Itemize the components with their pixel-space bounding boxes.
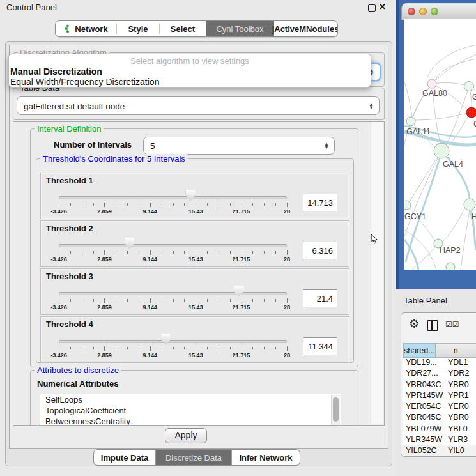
cell-name[interactable]: YDL1 bbox=[448, 358, 473, 367]
slider-tick-label: 9.144 bbox=[143, 208, 158, 215]
slider-tick bbox=[139, 251, 139, 254]
column-header-shared-name[interactable]: shared... bbox=[403, 343, 436, 358]
cell-name[interactable]: YIL0 bbox=[448, 446, 473, 455]
cell-shared-name[interactable]: YLR345W bbox=[403, 435, 448, 444]
close-traffic-light[interactable] bbox=[408, 8, 415, 15]
cell-name[interactable]: YER0 bbox=[448, 402, 473, 411]
network-node-c[interactable] bbox=[466, 107, 476, 118]
threshold-value-field[interactable]: 6.316 bbox=[303, 242, 337, 259]
cell-shared-name[interactable]: YBR043C bbox=[403, 380, 448, 389]
slider-handle[interactable] bbox=[186, 190, 196, 201]
vertical-scrollbar[interactable] bbox=[371, 122, 383, 424]
table-data-combobox[interactable]: galFiltered.sif default node ▲▼ bbox=[17, 96, 380, 115]
table-row[interactable]: YBR045CYBR0 bbox=[403, 413, 476, 424]
dropdown-option-equal-width[interactable]: Equal Width/Frequency Discretization bbox=[10, 77, 159, 87]
slider-tick bbox=[104, 346, 105, 351]
network-node-gcy1[interactable] bbox=[404, 201, 411, 210]
slider-tick-label: 15.43 bbox=[188, 256, 203, 263]
slider-track[interactable] bbox=[59, 196, 287, 199]
slider-tick bbox=[184, 203, 185, 206]
slider-tick bbox=[139, 203, 139, 206]
network-canvas[interactable]: GAL80GALCGAL11GAL4GCY1HHAP2 bbox=[404, 19, 476, 270]
zoom-traffic-light[interactable] bbox=[431, 8, 438, 15]
slider-tick bbox=[287, 346, 288, 351]
slider-handle[interactable] bbox=[125, 238, 134, 249]
slider-tick bbox=[207, 299, 208, 302]
cell-shared-name[interactable]: YDL19... bbox=[403, 358, 448, 367]
network-window-titlebar[interactable] bbox=[401, 3, 476, 20]
tab-discretize-data[interactable]: Discretize Data bbox=[155, 450, 232, 465]
slider-track[interactable] bbox=[59, 340, 287, 343]
attribute-list-item[interactable]: SelfLoops bbox=[40, 394, 341, 405]
cell-name[interactable]: YBR0 bbox=[448, 413, 473, 422]
table-row[interactable]: YBR043CYBR0 bbox=[403, 380, 476, 391]
threshold-value-field[interactable]: 14.713 bbox=[303, 194, 337, 211]
cell-name[interactable]: YLR3 bbox=[448, 435, 473, 444]
split-view-icon[interactable] bbox=[427, 320, 438, 331]
tab-cyni-toolbox[interactable]: Cyni Toolbox bbox=[206, 21, 274, 36]
network-node-gal4[interactable] bbox=[434, 143, 449, 158]
threshold-value-field[interactable]: 11.344 bbox=[303, 337, 337, 355]
cell-shared-name[interactable]: YIL052C bbox=[403, 446, 448, 455]
close-icon[interactable]: ✕ bbox=[379, 2, 386, 12]
minimize-traffic-light[interactable] bbox=[419, 8, 427, 15]
numerical-attributes-list[interactable]: SelfLoopsTopologicalCoefficientBetweenne… bbox=[40, 394, 341, 426]
network-node-gal80[interactable] bbox=[427, 79, 436, 88]
dropdown-option-manual[interactable]: Manual Discretization bbox=[10, 66, 102, 77]
slider-tick-label: 15.43 bbox=[188, 208, 203, 215]
cell-shared-name[interactable]: YBR045C bbox=[403, 413, 448, 422]
tab-network[interactable]: Network bbox=[56, 21, 116, 36]
network-node-gal11[interactable] bbox=[406, 117, 415, 126]
slider-tick bbox=[70, 347, 71, 349]
cell-name[interactable]: YDR2 bbox=[448, 369, 473, 378]
cell-shared-name[interactable]: YBL079W bbox=[403, 424, 448, 433]
cell-name[interactable]: YBL0 bbox=[448, 424, 473, 433]
table-row[interactable]: YPR145WYPR1 bbox=[403, 391, 476, 402]
slider-handle[interactable] bbox=[161, 334, 171, 345]
slider-tick bbox=[287, 250, 288, 255]
number-of-intervals-combobox[interactable]: 5 ▲▼ bbox=[143, 137, 335, 155]
gear-icon[interactable]: ⚙ bbox=[409, 318, 419, 330]
cell-name[interactable]: YBR0 bbox=[448, 380, 473, 389]
tab-select[interactable]: Select bbox=[160, 21, 206, 36]
column-header-name[interactable]: n bbox=[436, 343, 476, 358]
apply-button[interactable]: Apply bbox=[165, 428, 207, 443]
group-label: Attributes to discretize bbox=[35, 365, 121, 375]
slider-track[interactable] bbox=[59, 244, 287, 247]
table-row[interactable]: YLR345WYLR3 bbox=[403, 435, 476, 446]
network-node-h[interactable] bbox=[464, 199, 475, 210]
scrollbar-thumb[interactable] bbox=[333, 397, 339, 422]
cell-shared-name[interactable]: YPR145W bbox=[403, 391, 448, 400]
slider-tick bbox=[264, 299, 265, 302]
tab-style[interactable]: Style bbox=[117, 21, 159, 36]
tab-jactivemnodules[interactable]: jActiveMNodules bbox=[274, 21, 337, 36]
table-row[interactable]: YIL052CYIL0 bbox=[403, 446, 476, 457]
slider-handle[interactable] bbox=[234, 286, 244, 297]
slider-tick bbox=[82, 299, 82, 302]
attribute-list-item[interactable]: BetweennessCentrality bbox=[40, 416, 341, 426]
network-node-gal[interactable] bbox=[464, 82, 474, 91]
node-label: GAL80 bbox=[422, 89, 447, 98]
tab-impute-data[interactable]: Impute Data bbox=[94, 450, 155, 465]
cell-shared-name[interactable]: YDR27... bbox=[403, 369, 448, 378]
table-row[interactable]: YBL079WYBL0 bbox=[403, 424, 476, 435]
threshold-value-field[interactable]: 21.4 bbox=[303, 289, 337, 307]
float-window-icon[interactable] bbox=[368, 4, 376, 12]
slider-tick bbox=[150, 346, 151, 351]
network-node[interactable] bbox=[446, 263, 455, 270]
table-row[interactable]: YER054CYER0 bbox=[403, 402, 476, 413]
list-scrollbar[interactable] bbox=[331, 395, 340, 426]
checkboxes-icon[interactable]: ☑☑ bbox=[445, 320, 459, 329]
slider-tick bbox=[219, 203, 219, 206]
tab-infer-network[interactable]: Infer Network bbox=[232, 450, 300, 465]
slider-tick bbox=[93, 299, 94, 302]
cell-name[interactable]: YPR1 bbox=[448, 391, 473, 400]
slider-track[interactable] bbox=[59, 292, 287, 295]
slider-tick bbox=[82, 251, 82, 254]
cell-shared-name[interactable]: YER054C bbox=[403, 402, 448, 411]
slider-tick bbox=[207, 251, 208, 254]
table-row[interactable]: YDR27...YDR2 bbox=[403, 369, 476, 380]
slider-tick-label: 15.43 bbox=[188, 352, 203, 358]
table-row[interactable]: YDL19...YDL1 bbox=[403, 358, 476, 369]
attribute-list-item[interactable]: TopologicalCoefficient bbox=[40, 405, 341, 416]
